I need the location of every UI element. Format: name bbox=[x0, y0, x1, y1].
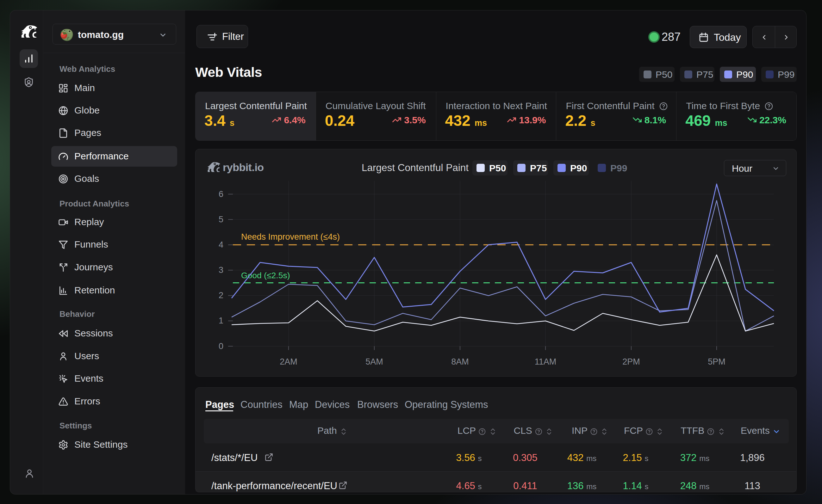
svg-text:5PM: 5PM bbox=[708, 357, 726, 366]
svg-text:8AM: 8AM bbox=[451, 357, 469, 366]
svg-text:6: 6 bbox=[219, 189, 224, 199]
svg-text:11AM: 11AM bbox=[535, 357, 556, 366]
svg-text:2: 2 bbox=[219, 291, 224, 300]
svg-text:2PM: 2PM bbox=[623, 357, 640, 366]
svg-text:3: 3 bbox=[219, 265, 224, 275]
svg-text:Good (≤2.5s): Good (≤2.5s) bbox=[241, 271, 290, 280]
svg-text:5: 5 bbox=[219, 215, 224, 224]
svg-text:0: 0 bbox=[219, 341, 224, 351]
svg-text:1: 1 bbox=[219, 316, 224, 325]
svg-text:5AM: 5AM bbox=[365, 357, 383, 366]
svg-text:4: 4 bbox=[219, 240, 224, 249]
svg-text:Needs Improvement (≤4s): Needs Improvement (≤4s) bbox=[241, 232, 340, 242]
svg-text:2AM: 2AM bbox=[280, 357, 298, 366]
